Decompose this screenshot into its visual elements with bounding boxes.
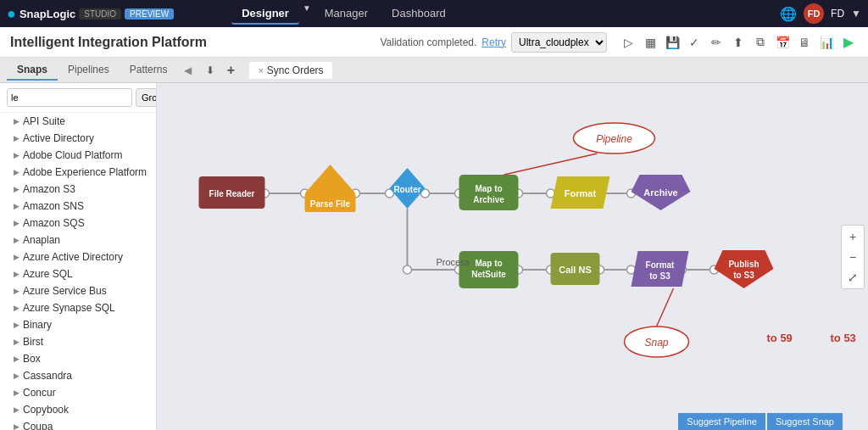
preview-badge: PREVIEW xyxy=(125,8,174,20)
svg-text:File Reader: File Reader xyxy=(209,189,255,198)
publish-to-s3-node[interactable]: Publish to S3 xyxy=(715,250,774,288)
svg-line-55 xyxy=(504,154,598,175)
upload-icon[interactable]: ⬆ xyxy=(729,33,748,52)
sidebar-item[interactable]: ▶Box xyxy=(0,350,156,367)
groupby-select[interactable]: Group by xyxy=(136,88,157,107)
download-icon[interactable]: ⬇ xyxy=(202,62,219,79)
chart-icon[interactable]: 📊 xyxy=(817,33,836,52)
tab-bar: Snaps Pipelines Patterns ◀ ⬇ + × Sync Or… xyxy=(0,58,868,83)
sidebar-item[interactable]: ▶Anaplan xyxy=(0,232,156,249)
user-avatar[interactable]: FD xyxy=(804,3,824,24)
snap-tabs: Snaps Pipelines Patterns xyxy=(7,60,177,81)
top-bar: ● SnapLogic STUDIO PREVIEW Designer ▼ Ma… xyxy=(0,0,868,27)
archive-node[interactable]: Archive xyxy=(632,175,691,210)
sidebar-item[interactable]: ▶Azure Active Directory xyxy=(0,249,156,265)
retry-link[interactable]: Retry xyxy=(481,36,506,48)
tab-left-arrow[interactable]: ◀ xyxy=(181,64,195,76)
svg-point-17 xyxy=(403,265,412,274)
search-input[interactable] xyxy=(7,88,132,107)
sidebar-item[interactable]: ▶Amazon S3 xyxy=(0,181,156,198)
sidebar-item[interactable]: ▶Amazon SNS xyxy=(0,198,156,215)
monitor-icon[interactable]: 🖥 xyxy=(795,33,814,52)
tab-manager[interactable]: Manager xyxy=(314,3,378,25)
sidebar-item[interactable]: ▶Birst xyxy=(0,333,156,350)
zoom-in-button[interactable]: + xyxy=(843,227,862,246)
svg-marker-50 xyxy=(715,250,774,288)
sidebar-item[interactable]: ▶Cassandra xyxy=(0,367,156,384)
globe-icon[interactable]: 🌐 xyxy=(780,6,797,22)
svg-text:Map to: Map to xyxy=(475,259,502,268)
pencil-icon[interactable]: ✏ xyxy=(707,33,726,52)
sidebar-item[interactable]: ▶Binary xyxy=(0,316,156,333)
svg-text:Archive: Archive xyxy=(473,195,504,204)
tab-pipelines[interactable]: Pipelines xyxy=(58,60,120,81)
format-node[interactable]: Format xyxy=(551,176,610,209)
map-to-archive-node[interactable]: Map to Archive xyxy=(459,175,519,210)
sidebar-item[interactable]: ▶API Suite xyxy=(0,113,156,130)
logo-area: ● SnapLogic STUDIO PREVIEW xyxy=(7,5,174,23)
svg-text:Pipeline: Pipeline xyxy=(596,133,632,145)
grid-icon[interactable]: ▦ xyxy=(641,33,659,52)
toolbar-icons: ▷ ▦ 💾 ✓ ✏ ⬆ ⧉ 📅 🖥 📊 ▶ xyxy=(619,33,858,52)
sidebar-item[interactable]: ▶Adobe Experience Platform xyxy=(0,164,156,181)
tab-designer[interactable]: Designer xyxy=(231,3,299,25)
sidebar-item[interactable]: ▶Amazon SQS xyxy=(0,215,156,232)
pipeline-select[interactable]: Ultra_cloudplex xyxy=(511,32,607,53)
svg-text:Map to: Map to xyxy=(475,184,502,193)
zoom-controls: + − ⤢ xyxy=(841,225,865,289)
suggest-pipeline-button[interactable]: Suggest Pipeline xyxy=(678,413,765,430)
svg-text:Snap: Snap xyxy=(644,337,668,349)
tab-patterns[interactable]: Patterns xyxy=(120,60,178,81)
file-reader-node[interactable]: File Reader xyxy=(199,176,265,209)
svg-text:Router: Router xyxy=(393,185,420,194)
pipeline-canvas[interactable]: File Reader Parse File Router Map to Arc… xyxy=(157,83,868,430)
sidebar-item[interactable]: ▶Adobe Cloud Platform xyxy=(0,147,156,164)
svg-text:Format: Format xyxy=(565,188,597,198)
validation-area: Validation completed. Retry Ultra_cloudp… xyxy=(380,32,858,53)
sidebar-item[interactable]: ▶Concur xyxy=(0,384,156,401)
svg-text:NetSuite: NetSuite xyxy=(471,270,506,279)
studio-badge: STUDIO xyxy=(79,8,121,20)
svg-text:to S3: to S3 xyxy=(733,271,754,280)
topbar-right: 🌐 FD FD ▼ xyxy=(780,3,861,24)
sidebar-filter: Group by xyxy=(0,83,156,113)
process-label: Process xyxy=(437,257,470,267)
save-icon[interactable]: 💾 xyxy=(663,33,682,52)
suggest-snap-button[interactable]: Suggest Snap xyxy=(767,413,843,430)
tab-dashboard[interactable]: Dashboard xyxy=(381,3,456,25)
format-to-s3-node[interactable]: Format to S3 xyxy=(632,251,689,287)
parse-file-node[interactable]: Parse File xyxy=(305,165,356,212)
sidebar: Group by ▶API Suite ▶Active Directory ▶A… xyxy=(0,83,157,430)
svg-text:Call NS: Call NS xyxy=(559,265,592,275)
main-area: Group by ▶API Suite ▶Active Directory ▶A… xyxy=(0,83,868,430)
svg-text:Publish: Publish xyxy=(728,260,759,269)
sidebar-item[interactable]: ▶Active Directory xyxy=(0,130,156,147)
copy-icon[interactable]: ⧉ xyxy=(751,33,770,52)
user-dropdown-arrow[interactable]: ▼ xyxy=(851,8,861,20)
sidebar-item[interactable]: ▶Azure Service Bus xyxy=(0,282,156,299)
fit-button[interactable]: ⤢ xyxy=(843,268,862,287)
validation-text: Validation completed. xyxy=(380,36,476,48)
nav-tabs: Designer ▼ Manager Dashboard xyxy=(231,3,455,25)
snap-callout: Snap xyxy=(625,288,689,357)
logo-text: SnapLogic xyxy=(19,8,75,20)
router-node[interactable]: Router xyxy=(390,168,426,209)
calendar-icon[interactable]: 📅 xyxy=(773,33,792,52)
sidebar-item[interactable]: ▶Azure Synapse SQL xyxy=(0,299,156,316)
play-icon[interactable]: ▷ xyxy=(619,33,637,52)
bottom-bar: Suggest Pipeline Suggest Snap xyxy=(678,413,843,430)
validate-icon[interactable]: ✓ xyxy=(685,33,704,52)
run-icon[interactable]: ▶ xyxy=(839,33,858,52)
pipeline-tab-sync-orders[interactable]: × Sync Orders xyxy=(249,62,331,79)
designer-dropdown-arrow[interactable]: ▼ xyxy=(303,3,311,25)
sidebar-item[interactable]: ▶Copybook xyxy=(0,401,156,418)
pipeline-tab-close[interactable]: × xyxy=(258,65,263,75)
add-icon[interactable]: + xyxy=(222,62,239,79)
tab-snaps[interactable]: Snaps xyxy=(7,60,58,81)
tab-action-icons: ⬇ + xyxy=(202,62,239,79)
zoom-out-button[interactable]: − xyxy=(843,248,862,266)
secondary-bar: Intelligent Integration Platform Validat… xyxy=(0,27,868,58)
call-ns-node[interactable]: Call NS xyxy=(551,253,600,285)
sidebar-item[interactable]: ▶Coupa xyxy=(0,418,156,430)
sidebar-item[interactable]: ▶Azure SQL xyxy=(0,265,156,282)
